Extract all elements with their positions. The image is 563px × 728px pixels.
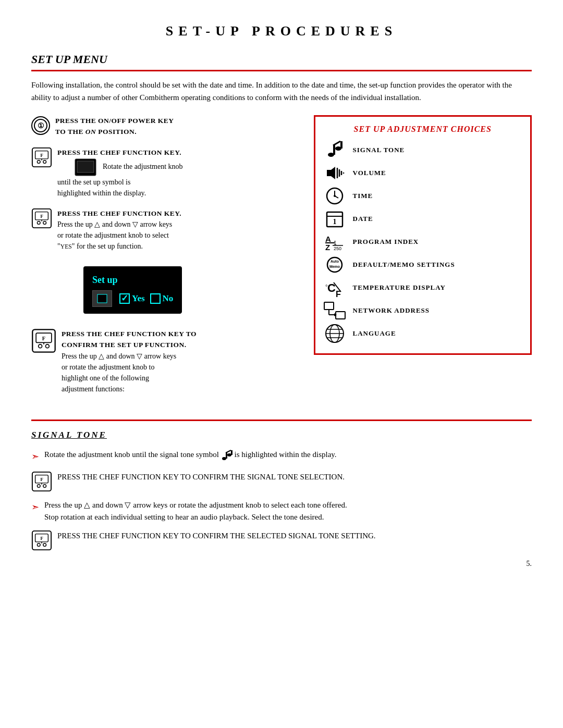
svg-point-5: [43, 160, 46, 163]
step3-instruction: PRESS THE CHEF FUNCTION KEY.: [57, 209, 181, 217]
svg-text:250: 250: [334, 246, 341, 251]
svg-line-27: [333, 141, 340, 145]
adj-label-temp-display: TEMPERATURE DISPLAY: [353, 282, 446, 293]
power-icon: ①: [31, 116, 50, 135]
adj-item-signal-tone: SIGNAL TONE: [323, 141, 523, 159]
svg-text:Auto: Auto: [331, 260, 339, 263]
adj-label-program-index: PROGRAM INDEX: [353, 237, 419, 247]
checkbox-group: ✓ Yes No: [119, 292, 173, 305]
time-icon: [323, 187, 347, 205]
display-setup-label: Set up: [92, 273, 173, 287]
adj-item-language: LANGUAGE: [323, 324, 523, 343]
language-icon: [323, 324, 347, 343]
yes-checkbox: ✓: [119, 293, 130, 304]
no-label: No: [163, 292, 174, 305]
signal-step4-text: PRESS THE CHEF FUNCTION KEY TO CONFIRM T…: [57, 530, 376, 542]
svg-rect-24: [333, 145, 335, 155]
svg-point-12: [37, 221, 40, 224]
display-mockup: Set up ✓ Yes No: [83, 266, 182, 314]
temp-display-icon: ° C F: [323, 278, 347, 297]
signal-step2-text: PRESS THE CHEF FUNCTION KEY TO CONFIRM T…: [57, 471, 345, 483]
svg-point-65: [227, 453, 231, 456]
signal-tone-icon: [323, 141, 347, 159]
svg-rect-26: [340, 141, 342, 149]
chef-icon-2: F: [31, 208, 52, 229]
svg-rect-16: [97, 294, 107, 303]
adj-item-temp-display: ° C F TEMPERATURE DISPLAY: [323, 278, 523, 297]
svg-rect-9: [77, 161, 94, 172]
adj-label-network: NETWORK ADDRESS: [353, 305, 430, 316]
signal-step3-text: Press the up △ and down ▽ arrow keys or …: [44, 499, 347, 523]
power-svg: ①: [33, 118, 48, 133]
svg-text:F: F: [40, 477, 43, 482]
step-power: ① PRESS THE ON/OFF POWER KEYTO THE ON PO…: [31, 115, 298, 138]
svg-rect-54: [336, 312, 345, 319]
svg-text:F: F: [40, 536, 43, 541]
svg-point-63: [222, 457, 226, 460]
knob-arrow-icon-2: ➣: [31, 500, 39, 514]
step-chef2: F PRESS THE CHEF FUNCTION KEY. Press the…: [31, 208, 298, 252]
network-icon: [323, 301, 347, 320]
signal-step1-text: Rotate the adjustment knob until the sig…: [44, 449, 337, 461]
adj-item-program-index: A Z 1 250 PROGRAM INDEX: [323, 232, 523, 251]
no-checkbox-item: No: [150, 292, 174, 305]
svg-point-76: [37, 544, 40, 547]
svg-line-67: [226, 450, 231, 453]
svg-text:1: 1: [333, 218, 336, 226]
svg-rect-64: [226, 453, 227, 459]
left-column: ① PRESS THE ON/OFF POWER KEYTO THE ON PO…: [31, 115, 298, 404]
adj-label-time: TIME: [353, 191, 373, 201]
main-title: SET-UP PROCEDURES: [31, 21, 532, 41]
svg-point-70: [37, 485, 40, 488]
default-memo-icon: Auto Memo: [323, 255, 347, 274]
svg-text:F: F: [336, 290, 341, 298]
svg-text:①: ①: [38, 121, 44, 130]
knob-arrow-icon-1: ➣: [31, 450, 39, 464]
step-chef3: F PRESS THE CHEF FUNCTION KEY TOCONFIRM …: [31, 328, 298, 394]
yes-checkbox-item: ✓ Yes: [119, 292, 145, 305]
section1-header: SET UP MENU: [31, 51, 532, 71]
adj-label-default-memo: DEFAULT/MEMO SETTINGS: [353, 260, 455, 270]
svg-marker-28: [327, 167, 335, 179]
signal-tone-section: SIGNAL TONE ➣ Rotate the adjustment knob…: [31, 428, 532, 551]
display-small-icon: [74, 158, 97, 177]
adj-item-network: NETWORK ADDRESS: [323, 301, 523, 320]
step2-sub: Rotate the adjustment knobuntil the set …: [57, 163, 183, 197]
signal-tone-inline-icon: [221, 450, 232, 461]
adj-label-date: DATE: [353, 214, 373, 224]
adj-item-date: 1 DATE: [323, 209, 523, 228]
chef-icon-signal1: F: [31, 471, 52, 492]
signal-step-4: F PRESS THE CHEF FUNCTION KEY TO CONFIRM…: [31, 530, 532, 551]
step1-instruction: PRESS THE ON/OFF POWER KEYTO THE ON POSI…: [55, 117, 174, 135]
adj-label-language: LANGUAGE: [353, 328, 396, 339]
svg-point-4: [37, 160, 40, 163]
svg-point-19: [39, 344, 42, 348]
svg-point-13: [43, 221, 46, 224]
svg-text:Memo: Memo: [329, 265, 339, 268]
svg-point-20: [45, 344, 49, 348]
signal-step-2: F PRESS THE CHEF FUNCTION KEY TO CONFIRM…: [31, 471, 532, 492]
svg-text:A: A: [325, 235, 331, 243]
signal-step-3: ➣ Press the up △ and down ▽ arrow keys o…: [31, 499, 532, 523]
step2-instruction: PRESS THE CHEF FUNCTION KEY.: [57, 149, 181, 156]
section-divider: [31, 419, 532, 421]
step-chef1: F PRESS THE CHEF FUNCTION KEY. Rotate th…: [31, 147, 298, 199]
svg-text:F: F: [40, 214, 43, 219]
adjustment-box-title: SET UP ADJUSTMENT CHOICES: [323, 123, 523, 135]
date-icon: 1: [323, 209, 347, 228]
volume-icon: [323, 164, 347, 182]
page-number: 5.: [31, 558, 532, 569]
display-mockup-wrapper: Set up ✓ Yes No: [57, 261, 298, 319]
svg-point-71: [43, 485, 46, 488]
signal-step-1: ➣ Rotate the adjustment knob until the s…: [31, 449, 532, 464]
no-checkbox: [150, 293, 161, 304]
chef-icon-signal2: F: [31, 530, 52, 551]
svg-rect-66: [231, 450, 232, 455]
svg-point-77: [43, 544, 46, 547]
step4-instruction: PRESS THE CHEF FUNCTION KEY TOCONFIRM TH…: [62, 330, 197, 349]
step1-text: PRESS THE ON/OFF POWER KEYTO THE ON POSI…: [55, 115, 174, 138]
adj-item-default-memo: Auto Memo DEFAULT/MEMO SETTINGS: [323, 255, 523, 274]
svg-rect-53: [324, 302, 334, 310]
display-screen-mini: [92, 290, 112, 307]
section1-title: SET UP MENU: [31, 51, 532, 70]
